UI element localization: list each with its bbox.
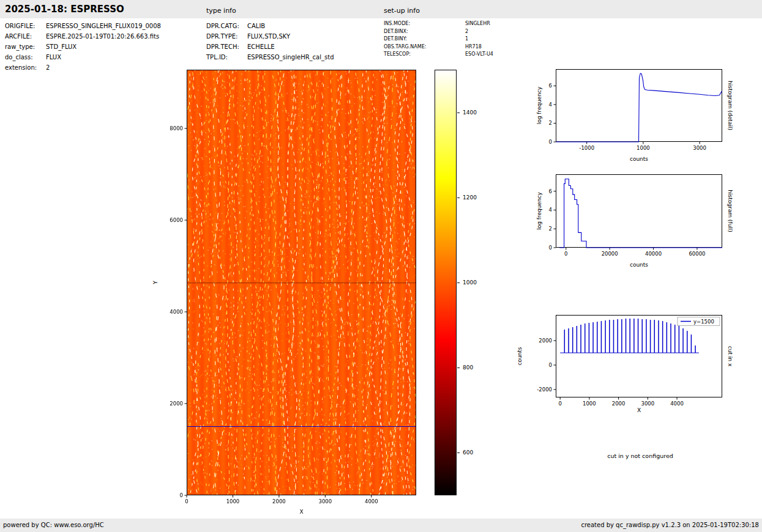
page-title: 2025-01-18: ESPRESSO [5,4,124,15]
cut-in-x-svg: 01000200030004000-200002000Xcountscut in… [556,315,722,397]
svg-text:X: X [637,407,641,413]
type-info-row: DPR.CATG:CALIB [206,21,334,31]
info-value: FLUX [46,54,61,61]
svg-text:60000: 60000 [689,251,705,257]
histogram-detail-plot: -1000100030000246countslog frequencyhist… [556,69,722,142]
colorbar-tick-mark [457,113,460,113]
svg-text:1000: 1000 [226,498,240,504]
info-value: ESPRE.2025-01-19T01:20:26.663.fits [46,33,159,40]
histogram-full-plot: 02000040000600000246countslog frequencyh… [556,174,722,248]
file-info-row: ARCFILE:ESPRE.2025-01-19T01:20:26.663.fi… [5,31,161,42]
svg-text:0: 0 [549,362,552,368]
svg-text:counts: counts [517,347,523,365]
info-value: 2 [465,29,468,34]
info-label: DPR.TECH: [206,42,247,52]
header-bar: 2025-01-18: ESPRESSO type info set-up in… [0,0,762,18]
info-value: SINGLEHR [465,21,490,26]
raw-image-plot: 0100020003000400002000400060008000XY [187,70,416,495]
histogram-detail-svg: -1000100030000246countslog frequencyhist… [556,69,722,142]
footer-right-text: created by qc_rawdisp.py v1.2.3 on 2025-… [581,522,759,528]
setup-info-row: DET.BINX:2 [384,28,493,36]
svg-text:4000: 4000 [670,401,684,407]
raw-echelle-image-svg: 0100020003000400002000400060008000XY [187,70,416,495]
info-value: HR718 [465,44,482,50]
setup-info-row: DET.BINY:1 [384,35,493,43]
info-value: ESPRESSO_singleHR_cal_std [247,54,334,61]
svg-text:40000: 40000 [645,251,662,257]
footer-bar: powered by QC: www.eso.org/HC created by… [0,519,762,532]
type-info-heading: type info [206,7,236,15]
info-label: OBS.TARG.NAME: [384,43,465,51]
svg-text:log frequency: log frequency [536,86,542,124]
type-info-block: DPR.CATG:CALIB DPR.TYPE:FLUX,STD,SKY DPR… [206,21,334,62]
info-label: do_class: [5,52,46,62]
type-info-row: DPR.TYPE:FLUX,STD,SKY [206,31,334,42]
svg-text:3000: 3000 [693,145,706,151]
file-info-row: raw_type:STD_FLUX [5,42,161,52]
info-value: ESPRESSO_SINGLEHR_FLUX019_0008 [46,23,161,29]
svg-text:1000: 1000 [583,401,596,407]
info-value: STD_FLUX [46,43,77,50]
colorbar-gradient [435,70,457,495]
info-label: INS.MODE: [384,20,465,28]
svg-text:2: 2 [549,120,552,126]
type-info-row: TPL.ID:ESPRESSO_singleHR_cal_std [206,52,334,62]
svg-text:4000: 4000 [170,309,183,315]
info-label: DET.BINX: [384,28,465,36]
info-value: CALIB [247,23,265,29]
colorbar: 600800100012001400 [435,70,457,495]
cut-in-y-note: cut in y not configured [556,453,725,459]
setup-info-row: OBS.TARG.NAME:HR718 [384,43,493,51]
svg-text:2000: 2000 [272,498,286,504]
svg-text:8000: 8000 [170,125,183,131]
svg-text:2: 2 [549,226,552,232]
svg-text:6: 6 [549,188,552,194]
svg-text:4000: 4000 [365,498,378,504]
svg-text:histogram (detail): histogram (detail) [727,81,733,130]
svg-text:2000: 2000 [612,401,626,407]
setup-info-heading: set-up info [384,7,420,15]
footer-left-text: powered by QC: www.eso.org/HC [3,522,104,528]
info-label: ARCFILE: [5,31,46,42]
info-value: ECHELLE [247,43,275,50]
svg-text:cut in x: cut in x [727,346,733,367]
info-value: 2 [46,64,50,71]
type-info-row: DPR.TECH:ECHELLE [206,42,334,52]
colorbar-tick-label: 1000 [463,279,477,286]
svg-text:2000: 2000 [539,338,552,344]
cut-in-x-plot: 01000200030004000-200002000Xcountscut in… [556,315,722,397]
svg-text:-2000: -2000 [537,386,552,393]
svg-text:4: 4 [549,207,552,213]
qc-report-page: 2025-01-18: ESPRESSO type info set-up in… [0,0,762,532]
svg-text:0: 0 [180,492,183,498]
colorbar-tick-label: 600 [463,449,473,456]
info-value: FLUX,STD,SKY [247,33,290,40]
file-info-row: ORIGFILE:ESPRESSO_SINGLEHR_FLUX019_0008 [5,21,161,31]
svg-text:1000: 1000 [637,145,650,151]
info-label: raw_type: [5,42,46,52]
svg-text:log frequency: log frequency [536,191,542,229]
svg-text:-1000: -1000 [579,145,594,151]
colorbar-tick-label: 1400 [463,109,477,116]
info-value: ESO-VLT-U4 [465,51,493,57]
svg-text:0: 0 [185,498,188,504]
info-label: DPR.CATG: [206,21,247,31]
colorbar-tick-mark [457,368,460,368]
info-label: ORIGFILE: [5,21,46,31]
setup-info-block: INS.MODE:SINGLEHR DET.BINX:2 DET.BINY:1 … [384,20,493,59]
info-label: DPR.TYPE: [206,31,247,42]
svg-text:0: 0 [564,251,567,257]
svg-text:Y: Y [152,281,159,285]
svg-text:4: 4 [549,102,552,108]
colorbar-tick-mark [457,283,460,283]
svg-text:20000: 20000 [602,251,618,257]
svg-text:6000: 6000 [170,217,183,223]
svg-text:2000: 2000 [170,401,183,407]
svg-text:counts: counts [630,156,648,162]
info-label: extension: [5,62,46,73]
svg-text:3000: 3000 [319,498,332,504]
svg-text:0: 0 [558,401,561,407]
svg-text:0: 0 [549,245,552,251]
info-value: 1 [465,36,468,42]
colorbar-tick-label: 1200 [463,194,477,201]
